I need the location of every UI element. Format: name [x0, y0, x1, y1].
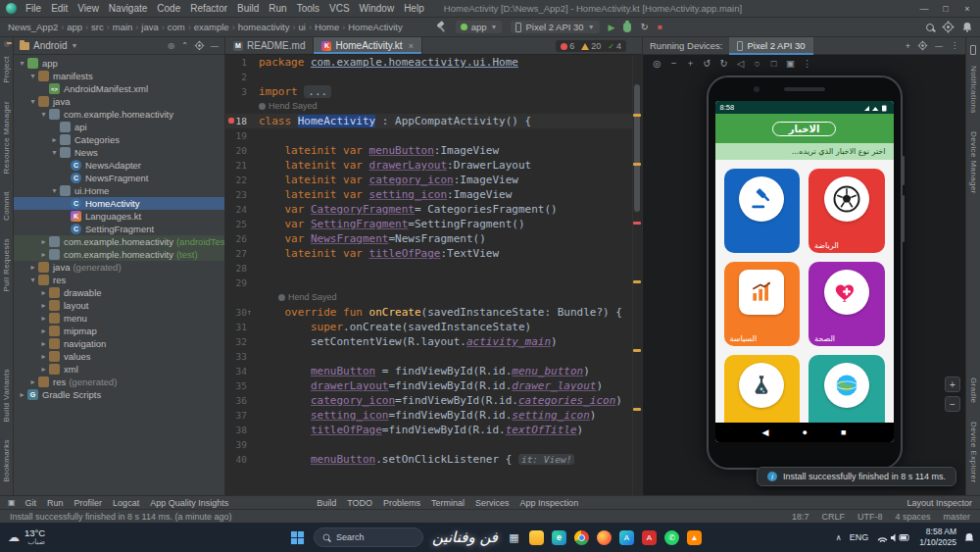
network-volume-battery-icons[interactable]	[876, 531, 911, 543]
edge-browser-icon[interactable]	[552, 530, 566, 545]
phone-screen[interactable]: 8:58 الاخبار اختر نوع الاخبار الذي تريده…	[715, 101, 894, 442]
tool-button-pull-requests[interactable]: Pull Requests	[2, 238, 11, 292]
tree-row[interactable]: KLanguages.kt	[14, 210, 224, 223]
toolwindow-todo[interactable]: TODO	[347, 498, 372, 508]
code-line[interactable]: 25 var SettingFragment=SettingFragment()	[225, 217, 632, 231]
menu-window[interactable]: Window	[355, 3, 400, 14]
category-card[interactable]: الرياضة	[808, 169, 885, 253]
tree-row[interactable]: ▸drawable	[14, 286, 224, 299]
tree-row[interactable]: ▾res	[14, 274, 224, 286]
more-options-icon[interactable]: ⋮	[951, 41, 958, 50]
chevron-right-icon[interactable]: ▸	[18, 390, 26, 399]
hidden-icons-chevron[interactable]: ∧	[836, 533, 842, 542]
chevron-down-icon[interactable]: ▾	[28, 97, 37, 106]
toolwindow-build[interactable]: Build	[317, 498, 336, 508]
whatsapp-icon[interactable]	[664, 530, 679, 545]
tree-row[interactable]: ▾ui.Home	[14, 184, 224, 197]
code-line[interactable]: 39	[225, 437, 632, 452]
toolwindow-app-inspection[interactable]: App Inspection	[520, 498, 579, 508]
vlc-icon[interactable]	[687, 530, 702, 545]
code-line[interactable]: 18class HomeActivity : AppCompatActivity…	[225, 114, 632, 128]
firefox-browser-icon[interactable]	[597, 530, 612, 545]
code-line[interactable]: 35 drawerLayout=findViewById(R.id.drawer…	[225, 378, 632, 393]
inspection-error[interactable]: 6	[561, 41, 574, 51]
status-utf-8[interactable]: UTF-8	[858, 512, 883, 522]
acrobat-icon[interactable]	[642, 530, 657, 545]
inspection-ok[interactable]: ✓4	[608, 41, 621, 51]
code-line[interactable]: 31 super.onCreate(savedInstanceState)	[225, 320, 632, 334]
scrollbar-thumb[interactable]	[634, 84, 640, 212]
breadcrumb-item[interactable]: java	[141, 22, 158, 32]
tree-row[interactable]: ▾java	[14, 95, 224, 108]
settings-gear-icon[interactable]	[944, 23, 953, 31]
breadcrumb-item[interactable]: homeactivity	[238, 22, 290, 32]
taskbar-search[interactable]: Search	[314, 527, 423, 547]
code-editor[interactable]: 1package com.example.homeactivity.ui.Hom…	[225, 55, 642, 495]
menu-build[interactable]: Build	[232, 3, 264, 14]
tool-button-gradle[interactable]: Gradle	[969, 377, 978, 403]
chevron-right-icon[interactable]: ▸	[39, 339, 48, 348]
breadcrumb-item[interactable]: app	[67, 22, 82, 32]
project-view-selector[interactable]: Android	[33, 40, 67, 51]
code-line[interactable]: 33	[225, 349, 632, 364]
toolwindow-app-quality-insights[interactable]: App Quality Insights	[150, 498, 228, 508]
status-master[interactable]: master	[943, 512, 970, 522]
tree-row[interactable]: ▸res(generated)	[14, 376, 224, 388]
locate-file-icon[interactable]: ◎	[168, 41, 174, 50]
category-card[interactable]	[808, 355, 885, 423]
android-studio-icon[interactable]	[619, 530, 634, 545]
add-device-icon[interactable]: +	[906, 41, 910, 51]
chevron-right-icon[interactable]: ▸	[39, 365, 48, 374]
menu-vcs[interactable]: VCS	[324, 3, 355, 14]
status-18-7[interactable]: 18:7	[792, 512, 809, 522]
screenshot-icon[interactable]: ▣	[786, 58, 795, 69]
toolwindow-switcher-icon[interactable]: ▣	[8, 498, 16, 507]
chevron-down-icon[interactable]: ▾	[39, 110, 48, 119]
zoom-in-button[interactable]: +	[945, 376, 960, 392]
tree-row[interactable]: CNewsAdapter	[14, 159, 224, 172]
toolwindow-profiler[interactable]: Profiler	[74, 498, 103, 508]
maximize-button[interactable]: □	[935, 0, 956, 18]
tree-row[interactable]: ▸GGradle Scripts	[14, 388, 224, 401]
file-explorer-icon[interactable]	[529, 530, 544, 545]
chevron-down-icon[interactable]: ▾	[28, 72, 37, 80]
tree-row[interactable]: ▸layout	[14, 299, 224, 312]
code-line[interactable]: 23 lateinit var setting_icon:ImageView	[225, 187, 632, 202]
tree-row[interactable]: ▸com.example.homeactivity(androidTest)	[14, 235, 224, 248]
tool-button-bookmarks[interactable]: Bookmarks	[2, 439, 11, 482]
chevron-down-icon[interactable]: ▾	[28, 276, 37, 284]
menu-refactor[interactable]: Refactor	[185, 3, 232, 14]
start-button-icon[interactable]	[290, 530, 305, 545]
toolwindow-terminal[interactable]: Terminal	[431, 498, 465, 508]
chevron-right-icon[interactable]: ▸	[39, 237, 48, 246]
chevron-right-icon[interactable]: ▸	[39, 326, 48, 335]
code-line[interactable]: 29	[225, 276, 632, 290]
recents-nav-icon[interactable]: ■	[841, 427, 846, 437]
code-line[interactable]: Hend Sayed	[225, 99, 632, 114]
tree-row[interactable]: CHomeActivity	[14, 197, 224, 210]
tree-row[interactable]: ▾News	[14, 146, 224, 159]
code-line[interactable]: 19	[225, 128, 632, 143]
code-line[interactable]: 20 lateinit var menuButton:ImageView	[225, 143, 632, 158]
phone-emulator[interactable]: 8:58 الاخبار اختر نوع الاخبار الذي تريده…	[707, 75, 903, 470]
device-manager-icon[interactable]	[970, 45, 976, 55]
chevron-right-icon[interactable]: ▸	[39, 301, 48, 310]
editor-scrollbar[interactable]	[632, 55, 642, 495]
more-icon[interactable]: ⋮	[803, 58, 812, 69]
tool-button-build-variants[interactable]: Build Variants	[2, 369, 11, 422]
author-inlay[interactable]: Hend Sayed	[259, 99, 318, 114]
taskbar-clock[interactable]: 8:58 AM 1/10/2025	[919, 527, 956, 547]
tree-row[interactable]: ▾manifests	[14, 70, 224, 82]
toolwindow-logcat[interactable]: Logcat	[113, 498, 139, 508]
chevron-right-icon[interactable]: ▸	[28, 377, 37, 386]
code-line[interactable]: 36 category_icon=findViewById(R.id.categ…	[225, 393, 632, 408]
tree-row[interactable]: <>AndroidManifest.xml	[14, 82, 224, 95]
status-crlf[interactable]: CRLF	[821, 512, 845, 522]
breadcrumb-item[interactable]: News_App2	[8, 22, 58, 32]
toolwindow-problems[interactable]: Problems	[383, 498, 420, 508]
hide-panel-icon[interactable]: —	[211, 41, 219, 50]
override-marker-icon[interactable]: ↑	[247, 305, 252, 320]
tool-button-notifications[interactable]: Notifications	[969, 66, 978, 114]
breadcrumb-item[interactable]: main	[113, 22, 133, 32]
toolwindow-services[interactable]: Services	[475, 498, 510, 508]
